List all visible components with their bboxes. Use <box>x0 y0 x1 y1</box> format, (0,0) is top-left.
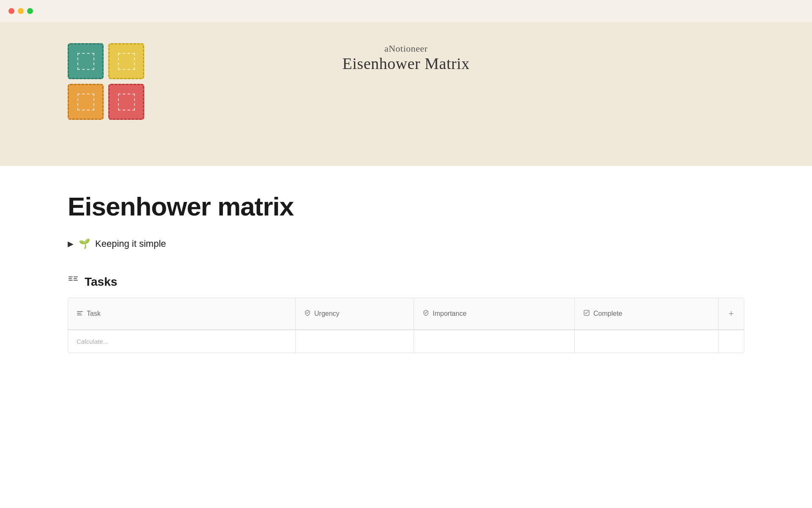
tasks-table: Task Urgency <box>68 298 744 353</box>
svg-rect-6 <box>77 311 83 312</box>
col-complete: Complete <box>575 298 719 329</box>
tasks-section: Tasks Task <box>68 275 744 353</box>
partial-cell-importance <box>414 330 575 353</box>
partial-cell-add <box>719 330 744 353</box>
tasks-header: Tasks <box>68 275 744 289</box>
text-icon <box>77 309 83 318</box>
svg-rect-0 <box>69 276 73 277</box>
shield-importance-icon <box>422 309 429 318</box>
svg-rect-7 <box>77 313 81 314</box>
col-complete-label: Complete <box>593 310 622 318</box>
matrix-cell-orange <box>68 84 104 120</box>
banner: aNotioneer Eisenhower Matrix <box>0 22 812 166</box>
toggle-emoji: 🌱 <box>79 238 90 249</box>
toggle-arrow-icon[interactable]: ▶ <box>68 239 74 248</box>
tasks-icon <box>68 275 80 289</box>
toggle-row[interactable]: ▶ 🌱 Keeping it simple <box>68 238 744 249</box>
banner-title: Eisenhower Matrix <box>343 54 470 73</box>
col-importance-label: Importance <box>433 310 466 318</box>
svg-rect-4 <box>74 278 77 279</box>
matrix-icon <box>68 43 146 122</box>
col-urgency: Urgency <box>296 298 414 329</box>
partial-cell-text: Calculate... <box>77 338 108 345</box>
col-urgency-label: Urgency <box>314 310 340 318</box>
toggle-text: Keeping it simple <box>95 238 166 249</box>
partial-cell-task: Calculate... <box>68 330 296 353</box>
checkbox-icon <box>583 309 590 318</box>
svg-rect-5 <box>74 280 78 281</box>
fullscreen-button[interactable] <box>27 8 33 14</box>
page-title: Eisenhower matrix <box>68 191 744 221</box>
partial-cell-urgency <box>296 330 414 353</box>
svg-rect-2 <box>69 280 73 281</box>
title-bar <box>0 0 812 22</box>
col-task: Task <box>68 298 296 329</box>
shield-urgency-icon <box>304 309 311 318</box>
matrix-cell-yellow <box>108 43 144 79</box>
matrix-cell-red <box>108 84 144 120</box>
add-column-button[interactable]: + <box>725 305 738 323</box>
close-button[interactable] <box>8 8 14 14</box>
minimize-button[interactable] <box>18 8 24 14</box>
matrix-cell-teal <box>68 43 104 79</box>
table-partial-row: Calculate... <box>68 330 744 353</box>
table-header: Task Urgency <box>68 298 744 330</box>
tasks-title: Tasks <box>85 275 117 289</box>
col-task-label: Task <box>87 310 101 318</box>
svg-rect-3 <box>74 276 78 277</box>
banner-subtitle: aNotioneer <box>343 43 470 54</box>
partial-cell-complete <box>575 330 719 353</box>
svg-rect-8 <box>77 315 82 315</box>
svg-rect-1 <box>69 278 72 279</box>
col-add[interactable]: + <box>719 298 744 329</box>
main-content: Eisenhower matrix ▶ 🌱 Keeping it simple … <box>0 166 812 370</box>
col-importance: Importance <box>414 298 575 329</box>
banner-text: aNotioneer Eisenhower Matrix <box>343 43 470 73</box>
